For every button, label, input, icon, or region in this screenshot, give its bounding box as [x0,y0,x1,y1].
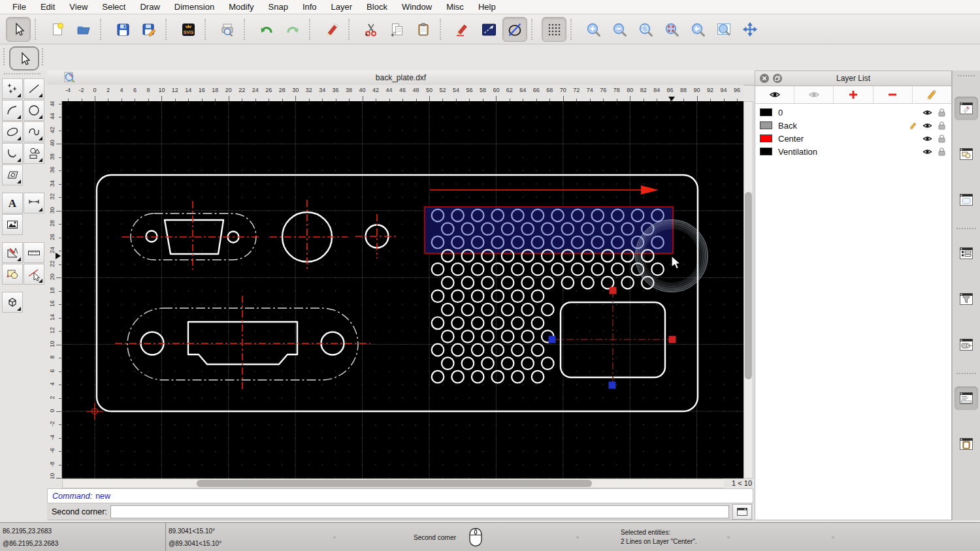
tool-arc-button[interactable] [2,100,23,121]
edit-layer-button[interactable] [913,86,951,103]
command-line-panel-button[interactable] [955,386,978,410]
ruler-label: 26 [265,87,272,93]
tool-ellipse-button[interactable] [2,121,23,142]
layer-lock-icon[interactable] [937,108,947,117]
show-all-layers-button[interactable] [755,86,794,103]
layer-visibility-eye-icon[interactable] [923,122,932,129]
hdmi-connector-cutout[interactable] [115,296,370,390]
tool-dimension-button[interactable] [24,193,44,213]
vertical-scrollbar-thumb[interactable] [745,192,752,379]
layer-row-0[interactable]: 0 [755,106,951,119]
layer-lock-icon[interactable] [937,134,947,143]
view-options-panel-button[interactable] [955,333,978,356]
grid-toggle-button[interactable] [542,17,566,42]
command-input[interactable] [110,505,729,518]
delete-button[interactable] [319,17,344,42]
tool-line-button[interactable] [24,78,44,99]
tool-shapes-button[interactable] [24,143,44,164]
layer-lock-icon[interactable] [937,147,947,156]
menu-item-modify[interactable]: Modify [221,2,261,12]
open-file-button[interactable] [71,17,96,42]
redo-button[interactable] [280,17,305,42]
remove-layer-button[interactable] [874,86,913,103]
layer-row-ventilation[interactable]: Ventilation [755,145,951,158]
menu-item-misc[interactable]: Misc [439,2,471,12]
layer-visibility-eye-icon[interactable] [923,148,932,155]
zoom-auto-button[interactable] [633,17,658,42]
direction-arrow[interactable] [430,185,659,195]
small-hole[interactable] [355,214,398,259]
tool-points-button[interactable] [2,78,23,99]
menu-item-draw[interactable]: Draw [133,2,167,12]
tool-spline-button[interactable] [24,121,44,142]
menu-item-select[interactable]: Select [95,2,133,12]
paste-button[interactable] [411,17,436,42]
tool-image-button[interactable] [2,214,23,235]
ruler-label: 6 [133,87,137,93]
save-button[interactable] [110,17,135,42]
edit-attributes-button[interactable] [450,17,475,42]
menu-item-info[interactable]: Info [295,2,324,12]
menu-item-edit[interactable]: Edit [33,2,62,12]
layer-row-back[interactable]: Back [755,119,951,132]
undo-button[interactable] [254,17,279,42]
layer-row-center[interactable]: Center [755,132,951,145]
circle-line-tool-button[interactable] [502,17,527,42]
selection-pointer-button[interactable] [6,17,31,42]
menu-item-snap[interactable]: Snap [261,2,295,12]
save-as-button[interactable] [137,17,161,42]
ruler-label: 20 [49,271,56,283]
layer-list-panel-button[interactable] [955,97,978,120]
hide-all-layers-button[interactable] [794,86,834,103]
cut-button[interactable] [359,17,384,42]
block-list-panel-button[interactable] [955,142,978,166]
menu-item-layer[interactable]: Layer [324,2,360,12]
drawing-canvas[interactable] [62,101,743,479]
main-toolbar: SVG [0,14,980,44]
entity-list-panel-button[interactable] [955,242,978,265]
command-line-row: Second corner: [47,503,753,520]
export-svg-button[interactable]: SVG [176,17,201,42]
copy-button[interactable] [385,17,410,42]
zoom-in-button[interactable] [581,17,606,42]
tool-select-entity-button[interactable] [24,264,44,285]
selection-pointer-tool[interactable] [9,46,39,71]
horizontal-scrollbar-thumb[interactable] [197,480,592,487]
menu-item-dimension[interactable]: Dimension [167,2,221,12]
zoom-window-button[interactable] [711,17,736,42]
new-file-button[interactable] [45,17,70,42]
tool-circle-button[interactable] [24,100,44,121]
detach-command-line-button[interactable] [732,504,752,520]
rounded-cutout[interactable] [552,291,673,385]
tool-blocks-button[interactable] [2,264,23,285]
layer-visibility-eye-icon[interactable] [923,109,932,116]
menu-item-file[interactable]: File [5,2,33,12]
zoom-selection-button[interactable] [659,17,684,42]
ventilation-holes[interactable] [432,210,664,383]
tool-modify-button[interactable] [2,242,23,263]
line-tool-button[interactable] [476,17,501,42]
print-preview-button[interactable] [215,17,240,42]
vertical-scrollbar[interactable] [743,101,753,479]
horizontal-scrollbar[interactable] [62,479,725,488]
tool-text-button[interactable]: A [2,193,23,213]
menu-item-window[interactable]: Window [395,2,439,12]
dsub-connector-cutout[interactable] [122,201,259,270]
zoom-pan-button[interactable] [738,17,762,42]
layer-lock-icon[interactable] [937,121,947,130]
add-layer-button[interactable] [834,86,873,103]
zoom-previous-button[interactable] [685,17,710,42]
layer-visibility-eye-icon[interactable] [923,135,932,142]
tool-polyline-button[interactable] [2,143,23,164]
minus-red-icon [887,89,898,101]
menu-item-view[interactable]: View [62,2,95,12]
clipboard-panel-button[interactable] [955,432,978,456]
menu-item-block[interactable]: Block [359,2,395,12]
tool-box3d-button[interactable] [2,292,23,313]
tool-measure-button[interactable] [24,242,44,263]
zoom-out-button[interactable] [607,17,632,42]
library-browser-panel-button[interactable] [955,188,978,212]
tool-hatch-button[interactable] [2,165,23,185]
menu-item-help[interactable]: Help [471,2,503,12]
selection-filter-panel-button[interactable] [955,287,978,311]
